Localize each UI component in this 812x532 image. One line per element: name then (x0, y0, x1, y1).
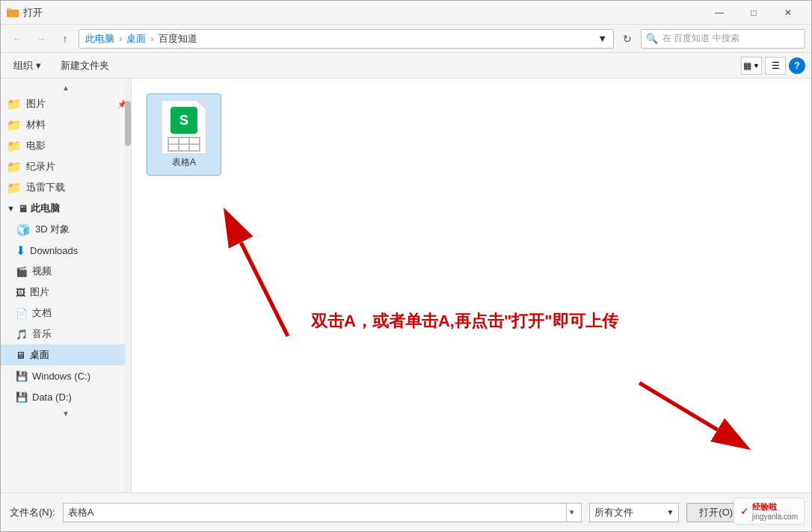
scroll-down: ▼ (1, 407, 131, 419)
search-icon: 🔍 (646, 33, 658, 44)
wps-cell (179, 144, 189, 151)
main-area: ▲ 📁 图片 📌 📁 材料 📁 电影 📁 纪录片 📁 迅雷下载 (1, 78, 811, 492)
sidebar-item-label: 电影 (26, 139, 46, 152)
sidebar-item-documents[interactable]: 📄 文档 (1, 303, 131, 324)
maximize-button[interactable]: □ (736, 1, 771, 25)
filename-dropdown-arrow[interactable]: ▼ (566, 503, 576, 522)
sidebar-item-label: 材料 (26, 118, 46, 132)
sidebar-item-label: 文档 (32, 306, 52, 320)
layout-icon: ☰ (772, 61, 780, 71)
sidebar-item-label: 视频 (32, 265, 52, 278)
sidebar-scrollbar[interactable] (125, 78, 131, 492)
folder-icon: 📁 (7, 181, 22, 195)
sidebar-item-movies[interactable]: 📁 电影 (1, 135, 131, 156)
open-file-dialog: 打开 — □ ✕ ← → ↑ 此电脑 › 桌面 › 百度知道 ▼ ↻ 🔍 在 百… (0, 0, 812, 532)
file-item-biaoge-a[interactable]: S 表格A (147, 93, 221, 176)
sidebar-item-desktop[interactable]: 🖥 桌面 (1, 344, 131, 365)
sidebar-item-pictures-quick[interactable]: 📁 图片 📌 (1, 93, 131, 114)
download-icon: ⬇ (16, 244, 25, 258)
breadcrumb-sep1: › (119, 33, 122, 44)
file-area[interactable]: S 表格A (132, 78, 811, 492)
sidebar-this-pc-header[interactable]: ▼ 🖥 此电脑 (1, 198, 131, 219)
layout-toggle-button[interactable]: ☰ (765, 57, 786, 75)
sidebar-item-music[interactable]: 🎵 音乐 (1, 324, 131, 344)
open-label: 打开(O) (699, 506, 733, 519)
breadcrumb: 此电脑 › 桌面 › 百度知道 ▼ (79, 29, 614, 49)
sidebar-item-label: Windows (C:) (32, 371, 90, 382)
close-button[interactable]: ✕ (771, 1, 805, 25)
toolbar: 组织 ▾ 新建文件夹 ▦ ▼ ☰ ? (1, 53, 811, 78)
sidebar-item-label: 音乐 (32, 327, 52, 341)
filetype-select[interactable]: 所有文件 ▼ (589, 503, 679, 522)
music-icon: 🎵 (16, 329, 28, 340)
sidebar-item-3d-objects[interactable]: 🧊 3D 对象 (1, 219, 131, 240)
video-icon: 🎬 (16, 266, 28, 277)
wps-cell (189, 137, 200, 144)
sidebar-item-drive-c[interactable]: 💾 Windows (C:) (1, 365, 131, 386)
navbar: ← → ↑ 此电脑 › 桌面 › 百度知道 ▼ ↻ 🔍 在 百度知道 中搜索 (1, 25, 811, 53)
sidebar-scrollbar-thumb[interactable] (125, 101, 131, 146)
sidebar-item-materials[interactable]: 📁 材料 (1, 114, 131, 135)
watermark-site: 经验啦 (752, 501, 798, 513)
wps-badge: S (170, 107, 197, 134)
filetype-dropdown-arrow[interactable]: ▼ (666, 508, 674, 516)
organize-button[interactable]: 组织 ▾ (7, 57, 48, 75)
breadcrumb-current: 百度知道 (159, 32, 197, 46)
wps-cell (168, 137, 179, 144)
sidebar: ▲ 📁 图片 📌 📁 材料 📁 电影 📁 纪录片 📁 迅雷下载 (1, 78, 132, 492)
svg-rect-2 (7, 8, 11, 10)
documents-icon: 📄 (16, 308, 28, 319)
sidebar-item-label: Data (D:) (32, 392, 72, 403)
view-toggle-button[interactable]: ▦ ▼ (741, 57, 762, 75)
folder-icon (7, 7, 19, 19)
folder-icon: 📁 (7, 139, 22, 153)
breadcrumb-pc[interactable]: 此电脑 (85, 32, 114, 46)
sidebar-item-pictures[interactable]: 🖼 图片 (1, 282, 131, 303)
toolbar-right: ▦ ▼ ☰ ? (741, 57, 805, 75)
svg-line-4 (241, 243, 288, 336)
3d-icon: 🧊 (16, 223, 31, 237)
folder-icon: 📁 (7, 97, 22, 111)
forward-button[interactable]: → (31, 28, 52, 49)
watermark-url: jingyanla.com (752, 513, 798, 521)
new-folder-button[interactable]: 新建文件夹 (54, 57, 116, 75)
filename-input[interactable]: 表格A ▼ (63, 503, 582, 522)
view-grid-icon: ▦ (743, 61, 751, 71)
watermark: ✓ 经验啦 jingyanla.com (733, 498, 805, 525)
pictures-icon: 🖼 (16, 287, 25, 298)
wps-corner (197, 101, 206, 110)
drive-d-icon: 💾 (16, 392, 28, 403)
sidebar-item-label: 桌面 (30, 348, 49, 362)
search-bar[interactable]: 🔍 在 百度知道 中搜索 (641, 29, 805, 49)
filename-label: 文件名(N): (10, 506, 55, 519)
instruction-text: 双击A，或者单击A,再点击"打开"即可上传 (311, 310, 618, 332)
sidebar-item-documentary[interactable]: 📁 纪录片 (1, 156, 131, 177)
folder-icon: 📁 (7, 118, 22, 132)
help-button[interactable]: ? (789, 58, 805, 74)
watermark-content: 经验啦 jingyanla.com (752, 501, 798, 521)
sidebar-item-label: 迅雷下载 (26, 181, 65, 194)
file-icon-container: S (157, 100, 211, 154)
breadcrumb-desktop[interactable]: 桌面 (126, 32, 146, 46)
chevron-icon: ▼ (7, 204, 15, 213)
sidebar-item-drive-d[interactable]: 💾 Data (D:) (1, 386, 131, 407)
sidebar-item-label: 图片 (26, 97, 46, 111)
view-dropdown-icon: ▼ (753, 62, 760, 69)
pc-icon: 🖥 (18, 203, 28, 214)
check-icon: ✓ (740, 505, 749, 517)
wps-cell (179, 137, 189, 144)
sidebar-item-video[interactable]: 🎬 视频 (1, 261, 131, 282)
breadcrumb-dropdown[interactable]: ▼ (597, 33, 607, 44)
up-button[interactable]: ↑ (55, 28, 76, 49)
sidebar-item-thunder-download[interactable]: 📁 迅雷下载 (1, 177, 131, 198)
refresh-button[interactable]: ↻ (617, 28, 638, 49)
wps-table-preview (167, 137, 200, 152)
back-button[interactable]: ← (7, 28, 28, 49)
sidebar-item-label: 3D 对象 (35, 223, 70, 236)
minimize-button[interactable]: — (702, 1, 736, 25)
file-label: 表格A (172, 157, 196, 169)
window-title: 打开 (23, 6, 43, 19)
sidebar-item-downloads[interactable]: ⬇ Downloads (1, 240, 131, 261)
drive-icon: 💾 (16, 371, 28, 382)
bottom-bar: 文件名(N): 表格A ▼ 所有文件 ▼ 打开(O) ▼ 取消 (1, 492, 811, 531)
